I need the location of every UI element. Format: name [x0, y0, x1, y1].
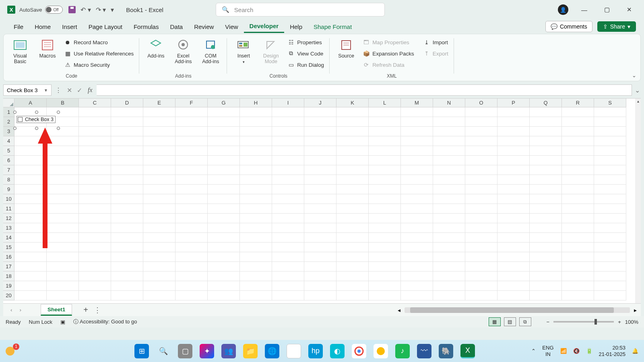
cell[interactable]: [14, 175, 47, 185]
cell[interactable]: [240, 194, 272, 204]
cell[interactable]: [465, 223, 497, 233]
cell[interactable]: [369, 146, 401, 156]
cell[interactable]: [79, 156, 111, 165]
cell[interactable]: [14, 156, 47, 165]
view-page-layout-button[interactable]: ▤: [504, 317, 516, 326]
cell[interactable]: [497, 262, 530, 272]
cell[interactable]: [336, 262, 369, 272]
cell[interactable]: [208, 214, 240, 223]
cell[interactable]: [79, 117, 111, 127]
cell[interactable]: [465, 136, 497, 146]
cell[interactable]: [433, 262, 465, 272]
close-button[interactable]: ✕: [623, 4, 636, 15]
user-avatar[interactable]: 👤: [558, 4, 568, 15]
cell[interactable]: [111, 262, 143, 272]
cell[interactable]: [433, 243, 465, 252]
row-header[interactable]: 8: [3, 175, 14, 185]
column-header[interactable]: H: [240, 99, 272, 107]
cell[interactable]: [369, 223, 401, 233]
cell[interactable]: [369, 252, 401, 262]
cell[interactable]: [465, 117, 497, 127]
cell[interactable]: [304, 243, 336, 252]
cell[interactable]: [143, 107, 175, 117]
row-header[interactable]: 5: [3, 146, 14, 156]
row-header[interactable]: 17: [3, 262, 14, 272]
cell[interactable]: [530, 156, 562, 165]
cell[interactable]: [208, 175, 240, 185]
cell[interactable]: [14, 146, 47, 156]
cell[interactable]: [401, 214, 433, 223]
tab-shape-format[interactable]: Shape Format: [308, 21, 357, 33]
minimize-button[interactable]: —: [577, 5, 591, 15]
column-header[interactable]: R: [562, 99, 594, 107]
cell[interactable]: [208, 243, 240, 252]
cell[interactable]: [272, 156, 304, 165]
cell[interactable]: [143, 185, 175, 194]
search-input[interactable]: 🔍 Search: [216, 3, 385, 16]
cell[interactable]: [369, 243, 401, 252]
cell[interactable]: [401, 233, 433, 243]
column-header[interactable]: F: [175, 99, 208, 107]
cell[interactable]: [562, 262, 594, 272]
select-all-corner[interactable]: [3, 99, 14, 107]
column-header[interactable]: L: [369, 99, 401, 107]
comments-button[interactable]: 💬 Comments: [545, 21, 592, 32]
column-header[interactable]: J: [304, 99, 336, 107]
cell[interactable]: [401, 223, 433, 233]
cell[interactable]: [208, 272, 240, 281]
cell[interactable]: [594, 204, 626, 214]
cell[interactable]: [465, 204, 497, 214]
cell[interactable]: [79, 281, 111, 291]
checkbox-inner[interactable]: Check Box 3: [17, 116, 56, 123]
cell[interactable]: [465, 233, 497, 243]
column-header[interactable]: P: [497, 99, 530, 107]
cell[interactable]: [336, 233, 369, 243]
maximize-button[interactable]: ▢: [600, 4, 614, 15]
cell[interactable]: [530, 175, 562, 185]
cell[interactable]: [175, 194, 208, 204]
cell[interactable]: [111, 175, 143, 185]
cell[interactable]: [111, 136, 143, 146]
cell[interactable]: [465, 194, 497, 204]
column-header[interactable]: O: [465, 99, 497, 107]
cell[interactable]: [497, 281, 530, 291]
cell[interactable]: [240, 223, 272, 233]
macros-button[interactable]: Macros: [35, 37, 60, 70]
cell[interactable]: [175, 136, 208, 146]
cell[interactable]: [401, 262, 433, 272]
source-button[interactable]: Source: [334, 37, 359, 70]
clock[interactable]: 20:53 21-01-2025: [599, 345, 626, 357]
column-header[interactable]: S: [594, 99, 626, 107]
cell[interactable]: [562, 214, 594, 223]
cell[interactable]: [304, 272, 336, 281]
resize-handle[interactable]: [57, 127, 60, 130]
cell[interactable]: [47, 156, 79, 165]
cell[interactable]: [369, 214, 401, 223]
qat-more-icon[interactable]: ▾: [111, 6, 114, 14]
row-header[interactable]: 7: [3, 165, 14, 175]
cell[interactable]: [143, 204, 175, 214]
tab-page-layout[interactable]: Page Layout: [83, 21, 128, 33]
cell[interactable]: [594, 233, 626, 243]
zoom-slider[interactable]: [553, 321, 614, 323]
column-header[interactable]: E: [143, 99, 175, 107]
cell[interactable]: [530, 272, 562, 281]
cell[interactable]: [79, 272, 111, 281]
cell[interactable]: [594, 262, 626, 272]
cell[interactable]: [272, 127, 304, 136]
cell[interactable]: [304, 156, 336, 165]
cell[interactable]: [562, 272, 594, 281]
formula-bar-expand[interactable]: ⌄: [634, 86, 641, 94]
cell[interactable]: [111, 223, 143, 233]
cell[interactable]: [79, 185, 111, 194]
column-header[interactable]: K: [336, 99, 369, 107]
checkbox-box-icon[interactable]: [18, 117, 23, 122]
cell[interactable]: [240, 214, 272, 223]
cell[interactable]: [47, 204, 79, 214]
cell[interactable]: [14, 204, 47, 214]
cell[interactable]: [175, 281, 208, 291]
cell[interactable]: [175, 117, 208, 127]
cell[interactable]: [497, 291, 530, 300]
chrome-icon[interactable]: [352, 344, 366, 358]
cell[interactable]: [304, 107, 336, 117]
